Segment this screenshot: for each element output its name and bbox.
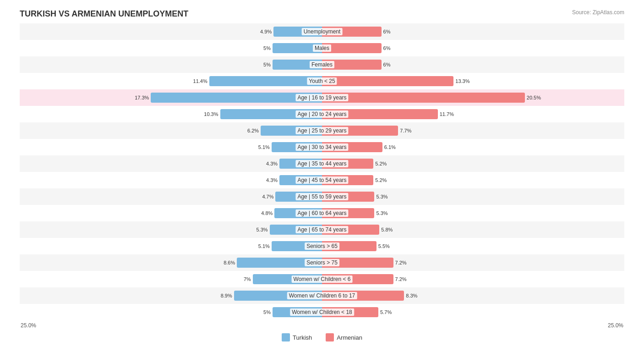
center-label: Age | 35 to 44 years [295,160,348,167]
val-right: 7.7% [400,128,411,133]
center-label: Unemployment [302,28,343,35]
left-section: 4.9% [20,23,322,40]
center-label: Women w/ Children < 6 [292,275,353,283]
val-right: 7.2% [395,260,407,265]
val-right: 20.5% [527,95,541,100]
val-right: 7.2% [395,276,407,282]
left-section: 7% [20,271,322,287]
val-left: 6.2% [247,128,259,133]
val-left: 5% [263,309,271,315]
chart-row: 4.3% Age | 45 to 54 years 5.2% [20,172,624,188]
chart-row: 5% Females 6% [20,56,624,73]
val-left: 7% [244,276,251,282]
val-right: 11.7% [440,111,454,117]
val-left: 5.1% [258,144,270,150]
center-label: Age | 45 to 54 years [295,176,348,184]
bar-wrapper: 7% Women w/ Children < 6 7.2% [20,271,624,287]
center-label: Seniors > 75 [305,259,339,266]
val-left: 10.3% [204,111,218,117]
left-section: 5% [20,56,322,73]
bar-wrapper: 8.6% Seniors > 75 7.2% [20,254,624,271]
right-section: 5.2% [322,172,624,188]
val-right: 5.2% [375,161,387,166]
legend-armenian-box [326,333,334,341]
val-right: 5.7% [380,309,392,315]
val-left: 4.9% [260,29,272,34]
center-label: Women w/ Children < 18 [290,308,354,316]
val-left: 5% [263,45,271,51]
left-section: 5.1% [20,139,322,155]
chart-row: 5.3% Age | 65 to 74 years 5.8% [20,221,624,238]
chart-row: 8.6% Seniors > 75 7.2% [20,254,624,271]
chart-title: TURKISH VS ARMENIAN UNEMPLOYMENT [20,9,624,19]
val-left: 4.7% [262,194,273,199]
chart-row: 8.9% Women w/ Children 6 to 17 8.3% [20,287,624,304]
val-right: 5.3% [376,210,387,216]
val-right: 6.1% [384,144,396,150]
chart-row: 10.3% Age | 20 to 24 years 11.7% [20,106,624,122]
val-left: 11.4% [193,78,207,84]
bar-wrapper: 5% Women w/ Children < 18 5.7% [20,304,624,320]
val-right: 8.3% [406,293,417,298]
chart-row: 6.2% Age | 25 to 29 years 7.7% [20,122,624,139]
val-right: 5.5% [378,243,390,249]
right-section: 6% [322,23,624,40]
x-axis-right: 25.0% [608,322,623,329]
right-section: 5.3% [322,205,624,221]
val-right: 5.8% [381,227,393,232]
legend-turkish: Turkish [282,333,312,341]
left-section: 4.3% [20,172,322,188]
bar-wrapper: 5.1% Age | 30 to 34 years 6.1% [20,139,624,155]
bar-wrapper: 17.3% Age | 16 to 19 years 20.5% [20,89,624,106]
chart-row: 5.1% Seniors > 65 5.5% [20,238,624,254]
left-section: 8.6% [20,254,322,271]
left-section: 8.9% [20,287,322,304]
right-section: 5.5% [322,238,624,254]
right-section: 5.3% [322,188,624,205]
bar-wrapper: 4.7% Age | 55 to 59 years 5.3% [20,188,624,205]
bar-wrapper: 6.2% Age | 25 to 29 years 7.7% [20,122,624,139]
left-section: 10.3% [20,106,322,122]
legend-turkish-box [282,333,290,341]
center-label: Age | 65 to 74 years [295,226,348,233]
bar-blue [209,76,322,86]
left-section: 5% [20,304,322,320]
chart-row: 4.9% Unemployment 6% [20,23,624,40]
bar-wrapper: 4.8% Age | 60 to 64 years 5.3% [20,205,624,221]
bar-wrapper: 5.3% Age | 65 to 74 years 5.8% [20,221,624,238]
center-label: Age | 16 to 19 years [295,94,348,101]
center-label: Youth < 25 [307,77,337,85]
right-section: 7.7% [322,122,624,139]
right-section: 7.2% [322,271,624,287]
val-right: 6% [383,29,391,34]
val-left: 5.1% [258,243,270,249]
val-left: 17.3% [135,95,149,100]
center-label: Seniors > 65 [305,242,339,250]
chart-area: 4.9% Unemployment 6% 5% Males 6% 5% [20,23,624,320]
val-right: 5.2% [375,177,387,183]
legend-turkish-label: Turkish [293,334,312,341]
val-left: 5% [263,62,271,67]
val-right: 13.3% [455,78,469,84]
chart-row: 5% Women w/ Children < 18 5.7% [20,304,624,320]
x-axis-left: 25.0% [21,322,36,329]
bar-wrapper: 8.9% Women w/ Children 6 to 17 8.3% [20,287,624,304]
center-label: Age | 55 to 59 years [295,193,348,200]
right-section: 20.5% [322,89,624,106]
bar-wrapper: 10.3% Age | 20 to 24 years 11.7% [20,106,624,122]
left-section: 11.4% [20,73,322,89]
val-left: 5.3% [256,227,267,232]
bar-wrapper: 4.3% Age | 45 to 54 years 5.2% [20,172,624,188]
chart-row: 5% Males 6% [20,40,624,56]
legend: Turkish Armenian [20,333,624,341]
right-section: 7.2% [322,254,624,271]
chart-row: 7% Women w/ Children < 6 7.2% [20,271,624,287]
chart-container: TURKISH VS ARMENIAN UNEMPLOYMENT Source:… [6,0,638,347]
chart-row: 4.7% Age | 55 to 59 years 5.3% [20,188,624,205]
center-label: Women w/ Children 6 to 17 [287,292,357,299]
bar-wrapper: 4.3% Age | 35 to 44 years 5.2% [20,155,624,172]
center-label: Females [310,61,334,68]
chart-row: 5.1% Age | 30 to 34 years 6.1% [20,139,624,155]
right-section: 6.1% [322,139,624,155]
val-right: 5.3% [376,194,387,199]
